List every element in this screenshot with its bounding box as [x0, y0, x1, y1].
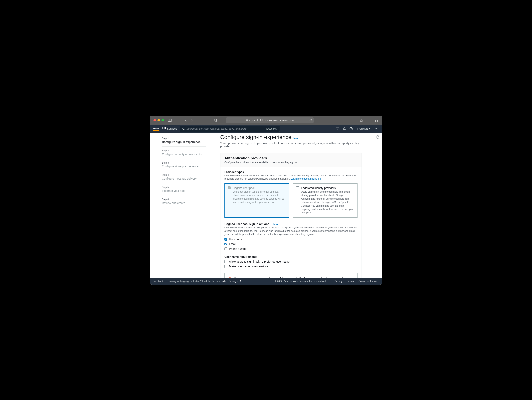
option-case-sensitive[interactable]: Make user name case sensitive: [224, 265, 358, 268]
page-description: Your app users can sign in to your user …: [220, 142, 362, 148]
step-1[interactable]: Step 1 Configure sign-in experience: [162, 134, 206, 147]
provider-types-title: Provider types: [224, 170, 358, 174]
step-title: Integrate your app: [162, 189, 206, 193]
svg-rect-4: [377, 119, 378, 120]
step-number: Step 1: [162, 137, 206, 140]
hamburger-icon: [152, 135, 156, 138]
option-label: Make user name case sensitive: [229, 265, 268, 268]
chevron-down-icon[interactable]: [174, 118, 176, 122]
console-footer: Feedback Looking for language selection?…: [150, 278, 382, 285]
card-description: Users can sign in using credentials from…: [301, 190, 354, 215]
wizard-steps: Step 1 Configure sign-in experience Step…: [158, 133, 210, 278]
new-tab-icon[interactable]: [367, 118, 371, 122]
left-sidebar-toggle[interactable]: [150, 133, 158, 278]
nav-forward-icon: [190, 118, 194, 122]
panel-description: Configure the providers that are availab…: [224, 161, 358, 164]
info-icon[interactable]: i: [377, 135, 380, 139]
learn-more-pricing-link[interactable]: Learn more about pricing: [291, 177, 321, 180]
lang-text: Looking for language selection? Find it …: [168, 280, 221, 283]
svg-rect-0: [168, 119, 172, 121]
grid-icon: [163, 127, 166, 130]
svg-rect-6: [377, 120, 378, 121]
panel-title: Authentication providers: [224, 156, 358, 160]
refresh-icon[interactable]: [309, 119, 312, 122]
url-text: eu-central-1.console.aws.amazon.com: [249, 119, 294, 122]
aws-navbar: aws Services Search for services, featur…: [150, 125, 382, 133]
step-3[interactable]: Step 3 Configure sign-up experience: [162, 159, 206, 171]
step-number: Step 2: [162, 149, 206, 152]
address-bar[interactable]: eu-central-1.console.aws.amazon.com: [226, 117, 314, 123]
step-5[interactable]: Step 5 Integrate your app: [162, 183, 206, 195]
step-title: Configure security requirements: [162, 152, 206, 156]
notifications-icon[interactable]: [341, 125, 348, 132]
aws-logo[interactable]: aws: [153, 127, 159, 131]
step-title: Configure sign-in experience: [162, 140, 206, 144]
checkbox-icon[interactable]: [224, 260, 227, 263]
cognito-pool-card[interactable]: Cognito user pool Users can sign in usin…: [224, 183, 289, 218]
checkbox-icon: [228, 186, 231, 189]
step-number: Step 4: [162, 174, 206, 176]
svg-rect-2: [246, 120, 248, 121]
option-label: Email: [229, 242, 236, 245]
feedback-link[interactable]: Feedback: [153, 280, 163, 283]
federated-providers-card[interactable]: Federated identity providers Users can s…: [293, 183, 358, 218]
search-kbd-hint: [Option+S]: [266, 127, 278, 130]
checkbox-icon[interactable]: [224, 238, 227, 241]
card-description: Users can sign in using their email addr…: [233, 190, 286, 204]
checkbox-icon[interactable]: [224, 243, 227, 245]
region-selector[interactable]: Frankfurt: [355, 127, 373, 130]
card-label: Federated identity providers: [301, 186, 336, 190]
sidebar-toggle-icon[interactable]: [168, 118, 172, 122]
search-icon: [182, 127, 185, 130]
option-phone[interactable]: Phone number: [224, 247, 358, 250]
step-title: Configure message delivery: [162, 177, 206, 181]
step-4[interactable]: Step 4 Configure message delivery: [162, 171, 206, 183]
account-menu[interactable]: [373, 126, 379, 131]
option-preferred-username[interactable]: Allow users to sign in with a preferred …: [224, 260, 358, 263]
info-link[interactable]: Info: [293, 137, 298, 140]
svg-rect-3: [375, 119, 376, 120]
terms-link[interactable]: Terms: [347, 280, 354, 283]
signin-options-desc: Choose the attributes in your user pool …: [224, 226, 358, 236]
close-window-icon[interactable]: [153, 119, 156, 121]
step-6[interactable]: Step 6 Review and create: [162, 195, 206, 207]
copyright: © 2022, Amazon Web Services, Inc. or its…: [275, 280, 329, 283]
privacy-shield-icon[interactable]: [214, 118, 218, 122]
option-username[interactable]: User name: [224, 238, 358, 241]
cookie-prefs-link[interactable]: Cookie preferences: [359, 280, 379, 283]
option-label: User name: [229, 238, 243, 241]
aws-search-input[interactable]: Search for services, features, blogs, do…: [180, 126, 280, 132]
nav-back-icon[interactable]: [184, 118, 188, 122]
svg-rect-9: [336, 127, 339, 130]
share-icon[interactable]: [359, 118, 363, 122]
step-number: Step 6: [162, 198, 206, 201]
auth-providers-panel: Authentication providers Configure the p…: [220, 153, 362, 278]
caret-down-icon: [369, 128, 370, 129]
checkbox-icon[interactable]: [224, 265, 227, 268]
cloudshell-icon[interactable]: [334, 125, 341, 132]
warning-text: Cognito user pool sign-in options can't …: [234, 277, 343, 277]
checkbox-icon[interactable]: [224, 247, 227, 250]
svg-rect-5: [375, 120, 376, 121]
privacy-link[interactable]: Privacy: [335, 280, 342, 283]
minimize-window-icon[interactable]: [158, 119, 160, 121]
external-link-icon: [318, 178, 321, 180]
card-label: Cognito user pool: [233, 186, 255, 190]
svg-point-12: [351, 129, 351, 130]
window-controls[interactable]: [153, 119, 164, 121]
option-email[interactable]: Email: [224, 242, 358, 245]
warning-icon: [228, 276, 232, 277]
help-icon[interactable]: [348, 125, 355, 132]
region-label: Frankfurt: [357, 127, 368, 130]
search-placeholder: Search for services, features, blogs, do…: [186, 127, 247, 130]
help-rail[interactable]: i: [374, 133, 382, 278]
svg-point-7: [182, 128, 184, 129]
zoom-window-icon[interactable]: [161, 119, 164, 121]
step-2[interactable]: Step 2 Configure security requirements: [162, 147, 206, 159]
services-menu[interactable]: Services: [163, 127, 177, 130]
unified-settings-link[interactable]: Unified Settings: [221, 280, 241, 283]
caret-down-icon: [375, 128, 377, 129]
info-link[interactable]: Info: [273, 223, 278, 226]
tab-overview-icon[interactable]: [374, 118, 379, 122]
checkbox-icon[interactable]: [296, 186, 299, 189]
